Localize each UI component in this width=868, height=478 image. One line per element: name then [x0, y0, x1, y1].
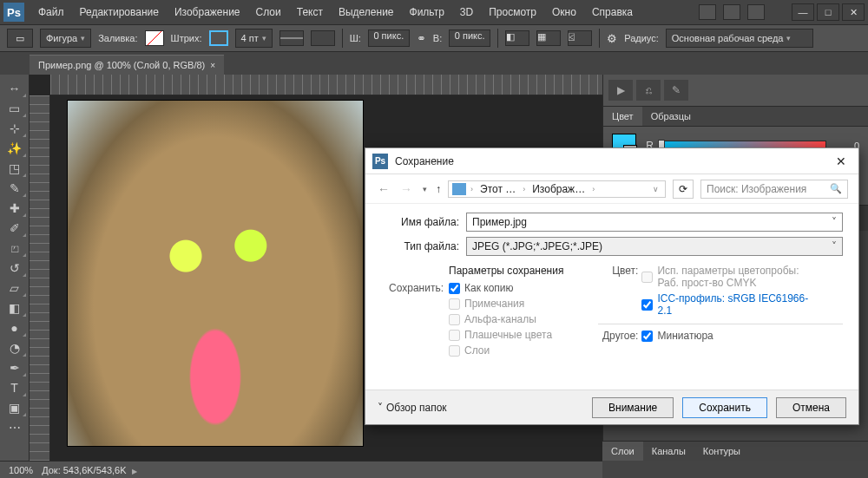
- cancel-button[interactable]: Отмена: [776, 397, 846, 418]
- menu-view[interactable]: Просмотр: [483, 3, 542, 22]
- height-label: В:: [433, 33, 442, 43]
- window-controls: — □ ✕: [789, 3, 865, 21]
- chk-thumb[interactable]: [641, 331, 653, 342]
- tab-swatches[interactable]: Образцы: [642, 107, 700, 126]
- menu-image[interactable]: Изображение: [169, 3, 246, 22]
- filename-input[interactable]: Пример.jpg: [466, 213, 843, 232]
- breadcrumb-folder[interactable]: Изображ…: [529, 183, 588, 195]
- tool-stamp[interactable]: ⏍: [3, 238, 27, 258]
- docinfo-label[interactable]: Док: 543,6K/543,6K: [42, 465, 136, 475]
- max-button[interactable]: □: [817, 3, 839, 21]
- menu-3d[interactable]: 3D: [455, 3, 478, 22]
- dialog-footer: Обзор папок Внимание Сохранить Отмена: [365, 390, 858, 424]
- filetype-label: Тип файла:: [381, 240, 459, 252]
- tool-eraser[interactable]: ▱: [3, 278, 27, 298]
- dialog-close-icon[interactable]: ✕: [831, 153, 852, 170]
- gear-icon[interactable]: [607, 32, 617, 45]
- stroke-style-2[interactable]: [311, 30, 335, 46]
- tab-layers[interactable]: Слои: [602, 442, 643, 461]
- app-titlebar: Ps Файл Редактирование Изображение Слои …: [0, 0, 868, 24]
- search-input[interactable]: Поиск: Изображения: [700, 180, 848, 199]
- doc-max-icon[interactable]: [723, 4, 740, 20]
- tool-heal[interactable]: ✚: [3, 198, 27, 218]
- chk-spot: [449, 330, 460, 341]
- document-tab-close-icon[interactable]: ×: [210, 61, 215, 70]
- path-op-1[interactable]: ◧: [505, 30, 529, 46]
- chk-copy[interactable]: [449, 283, 460, 294]
- stroke-label: Штрих:: [171, 33, 202, 43]
- stroke-width-dropdown[interactable]: 4 пт: [235, 29, 273, 48]
- browse-folders-toggle[interactable]: Обзор папок: [378, 402, 447, 414]
- close-button[interactable]: ✕: [842, 3, 865, 21]
- tool-eyedropper[interactable]: ✎: [3, 178, 27, 198]
- warning-button[interactable]: Внимание: [592, 397, 674, 418]
- tool-type[interactable]: T: [3, 377, 27, 397]
- save-label: Сохранить:: [381, 282, 444, 357]
- nav-fwd-icon[interactable]: →: [398, 182, 414, 196]
- path-op-2[interactable]: ▦: [536, 30, 561, 46]
- doc-close-icon[interactable]: [747, 4, 765, 20]
- dialog-title: Сохранение: [395, 155, 454, 167]
- params-heading: Параметры сохранения: [449, 265, 563, 277]
- height-input[interactable]: 0 пикс.: [449, 29, 490, 47]
- min-button[interactable]: —: [792, 3, 814, 21]
- nav-back-icon[interactable]: ←: [376, 182, 391, 196]
- zoom-field[interactable]: 100%: [9, 465, 33, 475]
- link-wh-icon[interactable]: [417, 32, 426, 45]
- save-button[interactable]: Сохранить: [682, 397, 767, 418]
- menu-text[interactable]: Текст: [292, 3, 328, 22]
- tool-gradient[interactable]: ◧: [3, 298, 27, 318]
- options-bar: ▭ Фигура Заливка: Штрих: 4 пт Ш: 0 пикс.…: [0, 24, 868, 52]
- tool-marquee[interactable]: ▭: [3, 98, 27, 118]
- filetype-dropdown[interactable]: JPEG (*.JPG;*.JPEG;*.JPE): [466, 237, 843, 256]
- tool-pen[interactable]: ✒: [3, 357, 27, 377]
- save-dialog: Ps Сохранение ✕ ← → ▾ ↑ › Этот … › Изобр…: [365, 147, 859, 425]
- tool-dodge[interactable]: ◔: [3, 337, 27, 357]
- fill-swatch[interactable]: [145, 30, 164, 46]
- refresh-icon[interactable]: ⟳: [673, 180, 694, 199]
- stroke-swatch[interactable]: [209, 30, 228, 46]
- tool-lasso[interactable]: ⊹: [3, 118, 27, 138]
- canvas-image: [68, 101, 363, 446]
- radius-label: Радиус:: [624, 33, 659, 43]
- breadcrumb[interactable]: › Этот … › Изображ… › ∨: [448, 180, 666, 198]
- shape-mode-dropdown[interactable]: Фигура: [40, 29, 91, 48]
- doc-min-icon[interactable]: [699, 4, 716, 20]
- nav-recent-icon[interactable]: ▾: [421, 185, 429, 193]
- tool-crop[interactable]: ◳: [3, 158, 27, 178]
- menu-help[interactable]: Справка: [587, 3, 638, 22]
- chk-icc[interactable]: [641, 299, 653, 311]
- menu-edit[interactable]: Редактирование: [75, 3, 164, 22]
- brush-panel-icon[interactable]: ✎: [664, 80, 688, 101]
- tool-wand[interactable]: ✨: [3, 138, 27, 158]
- tool-move[interactable]: ↔: [3, 78, 27, 98]
- width-input[interactable]: 0 пикс.: [368, 29, 410, 47]
- tab-channels[interactable]: Каналы: [643, 442, 694, 461]
- dialog-body: Имя файла: Пример.jpg Тип файла: JPEG (*…: [365, 204, 858, 362]
- workspace-dropdown[interactable]: Основная рабочая среда: [666, 29, 813, 48]
- tool-shape[interactable]: ▣: [3, 397, 27, 417]
- ps-logo: Ps: [3, 3, 24, 22]
- tool-more[interactable]: ⋯: [3, 417, 27, 437]
- play-icon[interactable]: ▶: [608, 80, 633, 101]
- document-canvas[interactable]: [68, 101, 363, 446]
- menu-layers[interactable]: Слои: [251, 3, 286, 22]
- tab-color[interactable]: Цвет: [603, 107, 642, 126]
- menu-select[interactable]: Выделение: [333, 3, 399, 22]
- tool-history[interactable]: ↺: [3, 258, 27, 278]
- document-tab[interactable]: Пример.png @ 100% (Слой 0, RGB/8) ×: [30, 55, 224, 75]
- filename-label: Имя файла:: [381, 216, 459, 228]
- tool-preset-icon[interactable]: ▭: [7, 29, 33, 48]
- menu-filter[interactable]: Фильтр: [404, 3, 450, 22]
- tab-paths[interactable]: Контуры: [694, 442, 749, 461]
- nav-up-icon[interactable]: ↑: [436, 183, 441, 195]
- menu-file[interactable]: Файл: [33, 3, 69, 22]
- tools-panel: ↔ ▭ ⊹ ✨ ◳ ✎ ✚ ✐ ⏍ ↺ ▱ ◧ ● ◔ ✒ T ▣ ⋯: [0, 75, 30, 461]
- tool-blur[interactable]: ●: [3, 318, 27, 337]
- history-panel-icon[interactable]: ⎌: [636, 80, 661, 101]
- menu-window[interactable]: Окно: [547, 3, 582, 22]
- path-op-3[interactable]: ⍃: [568, 30, 592, 46]
- tool-brush[interactable]: ✐: [3, 218, 27, 238]
- breadcrumb-pc[interactable]: Этот …: [477, 183, 518, 195]
- stroke-style-1[interactable]: [279, 30, 304, 46]
